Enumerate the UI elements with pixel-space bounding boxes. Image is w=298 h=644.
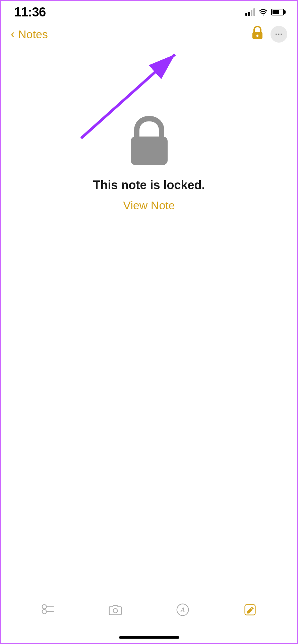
locked-message: This note is locked. [93, 178, 205, 192]
nav-actions: ··· [251, 25, 287, 43]
bottom-toolbar: A [1, 596, 297, 623]
status-bar: 11:36 [1, 1, 297, 21]
svg-text:A: A [181, 606, 185, 613]
main-content: This note is locked. View Note [1, 115, 297, 212]
nav-bar: ‹ Notes ··· [1, 21, 297, 48]
checklist-icon [41, 603, 55, 616]
back-button[interactable]: ‹ Notes [11, 27, 48, 41]
home-indicator [119, 636, 179, 639]
camera-button[interactable] [109, 603, 122, 616]
svg-point-9 [113, 608, 118, 613]
more-button[interactable]: ··· [271, 26, 287, 43]
status-icons [245, 8, 284, 16]
status-time: 11:36 [14, 5, 46, 19]
markup-button[interactable]: A [176, 603, 189, 616]
view-note-button[interactable]: View Note [123, 199, 175, 212]
checklist-button[interactable] [41, 603, 55, 616]
wifi-icon [258, 8, 268, 16]
lock-icon-nav[interactable] [251, 25, 264, 43]
svg-point-7 [42, 609, 46, 614]
center-lock-icon [127, 115, 171, 168]
compose-button[interactable] [243, 603, 257, 616]
svg-point-5 [42, 605, 46, 609]
svg-rect-4 [131, 137, 168, 165]
back-chevron-icon: ‹ [11, 27, 15, 41]
signal-icon [245, 8, 255, 16]
battery-icon [271, 9, 284, 15]
back-label: Notes [18, 28, 48, 41]
svg-rect-1 [256, 35, 258, 37]
compose-icon [243, 603, 257, 616]
markup-icon: A [176, 603, 189, 616]
ellipsis-icon: ··· [275, 30, 283, 39]
camera-icon [109, 603, 122, 616]
